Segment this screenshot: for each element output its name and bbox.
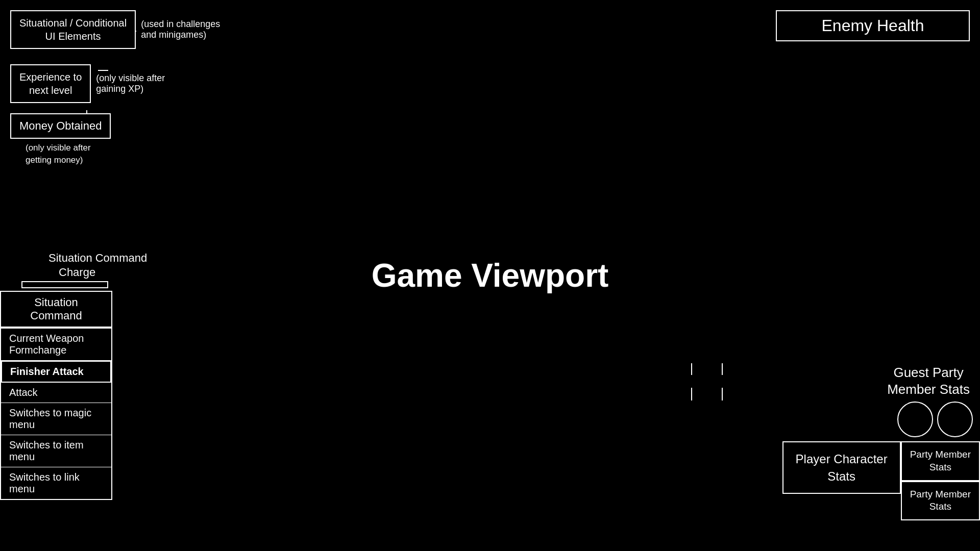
enemy-health-box: Enemy Health bbox=[776, 10, 970, 41]
guest-circle-2 bbox=[937, 402, 973, 437]
situational-note: (used in challengesand minigames) bbox=[141, 19, 220, 40]
experience-note: (only visible aftergaining XP) bbox=[96, 73, 165, 94]
top-left-section: Situational / ConditionalUI Elements (us… bbox=[10, 10, 220, 166]
guest-party-circles bbox=[782, 399, 975, 439]
situational-box: Situational / ConditionalUI Elements bbox=[10, 10, 136, 49]
charge-bar-wrapper bbox=[11, 281, 108, 291]
switches-link-item: Switches to link menu bbox=[1, 467, 111, 499]
sc-charge-label: Situation CommandCharge bbox=[48, 251, 147, 280]
player-character-stats-box: Player CharacterStats bbox=[782, 441, 901, 494]
money-box: Money Obtained bbox=[10, 113, 111, 139]
experience-row: Experience tonext level (only visible af… bbox=[10, 64, 220, 103]
current-weapon-item: Current WeaponFormchange bbox=[1, 329, 111, 361]
switches-item-item: Switches to item menu bbox=[1, 435, 111, 467]
party-member-column: Party MemberStats Party MemberStats bbox=[901, 441, 980, 520]
situational-row: Situational / ConditionalUI Elements (us… bbox=[10, 10, 220, 49]
party-member-1-box: Party MemberStats bbox=[901, 441, 980, 481]
bottom-left-section: Situation CommandCharge Situation Comman… bbox=[0, 251, 147, 500]
guest-circle-1 bbox=[897, 402, 933, 437]
guest-party-label: Guest PartyMember Stats bbox=[887, 364, 970, 399]
guest-party-top: Guest PartyMember Stats bbox=[782, 364, 980, 399]
sc-box-row: Situation Command bbox=[0, 291, 112, 328]
situation-command-box: Situation Command bbox=[0, 291, 112, 328]
finisher-attack-item: Finisher Attack bbox=[1, 361, 111, 383]
party-member-2-box: Party MemberStats bbox=[901, 481, 980, 520]
bottom-right-section: Guest PartyMember Stats Player Character… bbox=[782, 364, 980, 520]
stats-row: Player CharacterStats Party MemberStats … bbox=[782, 441, 980, 520]
switches-magic-item: Switches to magic menu bbox=[1, 403, 111, 435]
money-note: (only visible aftergetting money) bbox=[26, 142, 220, 166]
charge-bar bbox=[21, 281, 108, 288]
experience-box: Experience tonext level bbox=[10, 64, 91, 103]
command-menu: Current WeaponFormchange Finisher Attack… bbox=[0, 328, 112, 500]
attack-item: Attack bbox=[1, 383, 111, 403]
money-section: Money Obtained (only visible aftergettin… bbox=[10, 113, 220, 166]
game-viewport-label: Game Viewport bbox=[372, 257, 609, 294]
enemy-health-section: Enemy Health bbox=[776, 10, 970, 41]
sc-label-area: Situation CommandCharge Situation Comman… bbox=[0, 251, 147, 500]
